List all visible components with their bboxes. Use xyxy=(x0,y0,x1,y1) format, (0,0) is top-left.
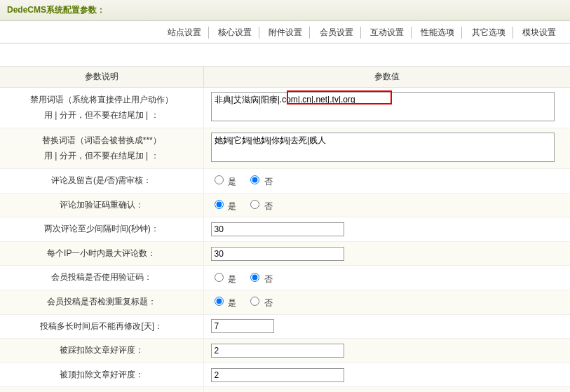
member-post-dup-label: 会员投稿是否检测重复标题： xyxy=(0,290,203,314)
row-member-post-captcha: 会员投稿是否使用验证码： 是 否 xyxy=(0,266,570,290)
top-remove-input[interactable] xyxy=(211,368,344,382)
col-head-value: 参数值 xyxy=(203,67,570,88)
member-post-captcha-label: 会员投稿是否使用验证码： xyxy=(0,266,203,290)
row-top-remove: 被顶扣除文章好评度： xyxy=(0,363,570,387)
row-detail-gain: 详细好评可获好评度： xyxy=(0,387,570,392)
row-comment-audit: 评论及留言(是/否)需审核： 是 否 xyxy=(0,169,570,194)
tab-core[interactable]: 核心设置 xyxy=(211,27,259,39)
comment-interval-input[interactable] xyxy=(211,222,344,236)
comment-audit-yes[interactable]: 是 xyxy=(211,177,236,187)
row-ip-limit: 每个IP一小时内最大评论数： xyxy=(0,241,570,266)
params-table: 参数说明 参数值 禁用词语（系统将直接停止用户动作） 用 | 分开，但不要在结尾… xyxy=(0,66,570,392)
replace-words-label1: 替换词语（词语会被替换成***） xyxy=(42,135,161,145)
member-post-dup-no[interactable]: 否 xyxy=(247,298,272,308)
row-comment-captcha: 评论加验证码重确认： 是 否 xyxy=(0,193,570,217)
post-edit-days-label: 投稿多长时间后不能再修改[天]： xyxy=(0,314,203,339)
row-stamp-remove: 被踩扣除文章好评度： xyxy=(0,339,570,363)
row-post-edit-days: 投稿多长时间后不能再修改[天]： xyxy=(0,314,570,339)
comment-audit-label: 评论及留言(是/否)需审核： xyxy=(0,169,203,194)
comment-captcha-yes[interactable]: 是 xyxy=(211,201,236,211)
tab-site[interactable]: 站点设置 xyxy=(161,27,209,39)
comment-captcha-no[interactable]: 否 xyxy=(247,201,272,211)
row-comment-interval: 两次评论至少间隔时间(秒钟)： xyxy=(0,217,570,242)
tabs-row: 站点设置 核心设置 附件设置 会员设置 互动设置 性能选项 其它选项 模块设置 xyxy=(0,21,570,43)
ip-limit-label: 每个IP一小时内最大评论数： xyxy=(0,241,203,266)
row-forbid-words: 禁用词语（系统将直接停止用户动作） 用 | 分开，但不要在结尾加 | ： xyxy=(0,88,570,128)
forbid-words-label2: 用 | 分开，但不要在结尾加 | ： xyxy=(44,110,159,120)
replace-words-input[interactable] xyxy=(211,133,555,162)
post-edit-days-input[interactable] xyxy=(211,319,274,333)
detail-gain-label: 详细好评可获好评度： xyxy=(0,387,203,392)
comment-interval-label: 两次评论至少间隔时间(秒钟)： xyxy=(0,217,203,242)
row-member-post-dup: 会员投稿是否检测重复标题： 是 否 xyxy=(0,290,570,314)
comment-captcha-label: 评论加验证码重确认： xyxy=(0,193,203,217)
member-post-captcha-no[interactable]: 否 xyxy=(247,274,272,284)
tab-perf[interactable]: 性能选项 xyxy=(414,27,462,39)
forbid-words-input[interactable] xyxy=(211,92,555,121)
member-post-dup-yes[interactable]: 是 xyxy=(211,298,236,308)
top-remove-label: 被顶扣除文章好评度： xyxy=(0,363,203,387)
tab-other[interactable]: 其它选项 xyxy=(465,27,513,39)
replace-words-label2: 用 | 分开，但不要在结尾加 | ： xyxy=(44,151,159,161)
forbid-words-label1: 禁用词语（系统将直接停止用户动作） xyxy=(30,95,173,104)
ip-limit-input[interactable] xyxy=(211,247,344,261)
stamp-remove-input[interactable] xyxy=(211,344,344,358)
member-post-captcha-yes[interactable]: 是 xyxy=(211,274,236,284)
tab-member[interactable]: 会员设置 xyxy=(313,27,361,39)
col-head-desc: 参数说明 xyxy=(0,67,203,88)
tab-attach[interactable]: 附件设置 xyxy=(262,27,310,39)
tab-interact[interactable]: 互动设置 xyxy=(363,27,412,39)
stamp-remove-label: 被踩扣除文章好评度： xyxy=(0,339,203,363)
tab-module[interactable]: 模块设置 xyxy=(515,27,563,39)
comment-audit-no[interactable]: 否 xyxy=(247,177,272,187)
row-replace-words: 替换词语（词语会被替换成***） 用 | 分开，但不要在结尾加 | ： xyxy=(0,128,570,169)
header-bar: DedeCMS系统配置参数： xyxy=(0,0,570,21)
page-title: DedeCMS系统配置参数： xyxy=(7,5,105,15)
